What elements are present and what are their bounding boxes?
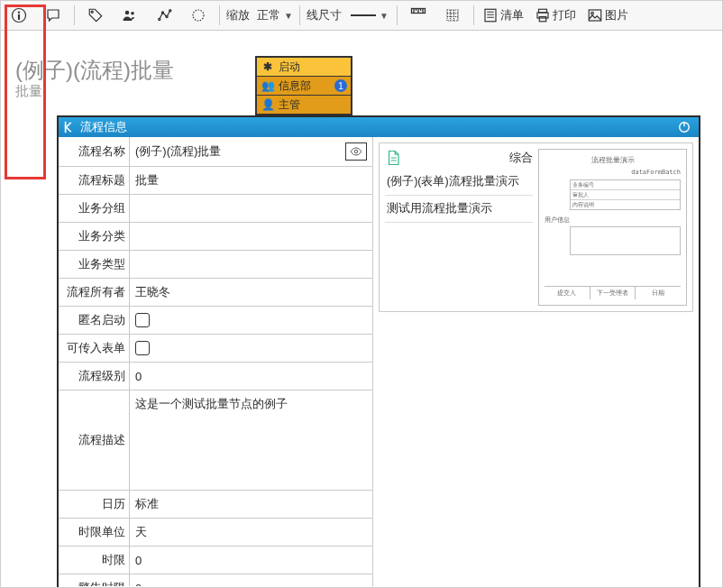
preview-head-label: 综合 [509,150,533,166]
property-value[interactable]: 王晓冬 [130,279,372,306]
graph-icon[interactable] [148,3,180,28]
property-label: 业务类型 [59,251,130,278]
note-icon[interactable] [37,3,69,28]
tag-icon[interactable] [79,3,112,28]
eye-icon[interactable] [345,142,367,161]
info-icon[interactable] [3,3,35,28]
asterisk-icon: ✱ [261,60,275,73]
property-row: 日历标准 [59,491,372,519]
property-value [130,307,372,334]
grid-icon[interactable] [436,3,469,28]
ruler-icon[interactable] [402,3,435,28]
property-row: 业务分组 [59,195,372,223]
property-value[interactable]: 0 [130,547,372,574]
property-row: 匿名启动 [59,307,372,335]
panel-title: 流程信息 [80,119,127,135]
line-size-select[interactable]: ▼ [345,3,392,28]
thumb-title: 流程批量演示 [545,155,681,165]
property-value[interactable]: (例子)(流程)批量 [130,137,372,166]
thumb-sub: dataFormBatch [545,169,681,176]
preview-side: 综合 (例子)(表单)流程批量演示 测试用流程批量演示 流程批量演示 dataF… [373,137,699,586]
dotted-circle-icon[interactable] [182,3,215,28]
svg-point-3 [91,11,93,13]
count-badge: 1 [334,79,347,92]
property-row: 业务分类 [59,223,372,251]
property-label: 警告时限 [59,574,130,586]
zoom-label: 缩放 [224,7,252,23]
property-value[interactable]: 天 [130,519,372,546]
print-button[interactable]: 打印 [531,3,581,28]
property-label: 业务分组 [59,195,130,222]
property-row: 流程名称(例子)(流程)批量 [59,137,372,167]
preview-item[interactable]: (例子)(表单)流程批量演示 [385,169,533,196]
property-row: 流程级别0 [59,363,372,390]
property-value[interactable]: 标准 [130,491,372,518]
flow-row-label: 主管 [279,97,300,113]
page-subtitle: 批量 [15,83,42,100]
panel-titlebar[interactable]: 流程信息 [59,117,699,137]
document-icon [385,150,401,166]
flow-node[interactable]: ✱启动 👥信息部1 👤主管 [255,56,352,115]
zoom-select[interactable]: 正常▼ [253,3,295,28]
collapse-icon[interactable] [62,120,77,134]
property-row: 可传入表单 [59,335,372,363]
property-label: 业务分类 [59,223,130,250]
property-value[interactable]: 0 [130,574,372,586]
image-button[interactable]: 图片 [583,3,634,28]
property-value [130,335,372,362]
preview-item[interactable]: 测试用流程批量演示 [385,196,533,223]
preview-box: 综合 (例子)(表单)流程批量演示 测试用流程批量演示 流程批量演示 dataF… [379,142,693,312]
list-button[interactable]: 清单 [479,3,529,28]
property-row: 时限单位天 [59,519,372,547]
svg-point-4 [125,11,130,15]
property-value[interactable] [130,195,372,222]
svg-rect-15 [539,17,546,22]
people-icon: 👥 [261,79,275,92]
checkbox[interactable] [135,341,150,355]
svg-rect-20 [683,122,684,126]
users-icon[interactable] [114,3,146,28]
property-label: 匿名启动 [59,307,130,334]
property-row: 流程描述这是一个测试批量节点的例子 [59,390,372,491]
power-icon[interactable] [677,120,691,134]
flow-row-label: 启动 [279,60,300,75]
svg-rect-16 [589,10,601,21]
checkbox[interactable] [135,313,150,327]
property-row: 警告时限0 [59,574,372,586]
property-value[interactable]: 这是一个测试批量节点的例子 [130,390,372,490]
toolbar: 缩放 正常▼ 线尺寸 ▼ 清单 打印 图片 [1,1,722,31]
property-label: 流程级别 [59,363,130,390]
property-label: 流程描述 [59,390,130,490]
property-label: 时限单位 [59,519,130,546]
property-row: 业务类型 [59,251,372,279]
property-label: 时限 [59,547,130,574]
svg-point-17 [590,12,593,14]
line-size-label: 线尺寸 [305,7,343,23]
property-row: 时限0 [59,547,372,574]
property-label: 流程标题 [59,167,130,194]
separator [299,5,300,25]
property-label: 流程名称 [59,137,130,166]
page-title: (例子)(流程)批量 [15,56,174,85]
property-row: 流程所有者王晓冬 [59,279,372,307]
svg-point-10 [193,10,204,21]
preview-thumbnail[interactable]: 流程批量演示 dataFormBatch 业务编号 审批人 内容说明 用户信息 … [538,149,687,306]
property-value[interactable]: 批量 [130,167,372,194]
separator [219,5,220,25]
property-value[interactable]: 0 [130,363,372,390]
separator [74,5,75,25]
svg-rect-18 [65,122,67,133]
svg-point-1 [18,11,20,13]
property-value[interactable] [130,223,372,250]
separator [473,5,474,25]
property-value[interactable] [130,251,372,278]
property-row: 流程标题批量 [59,167,372,195]
flow-row-label: 信息部 [279,78,311,94]
svg-point-21 [354,150,358,153]
svg-rect-2 [18,14,20,20]
property-label: 可传入表单 [59,335,130,362]
property-table: 流程名称(例子)(流程)批量流程标题批量业务分组业务分类业务类型流程所有者王晓冬… [59,137,373,586]
property-label: 日历 [59,491,130,518]
property-label: 流程所有者 [59,279,130,306]
separator [397,5,398,25]
